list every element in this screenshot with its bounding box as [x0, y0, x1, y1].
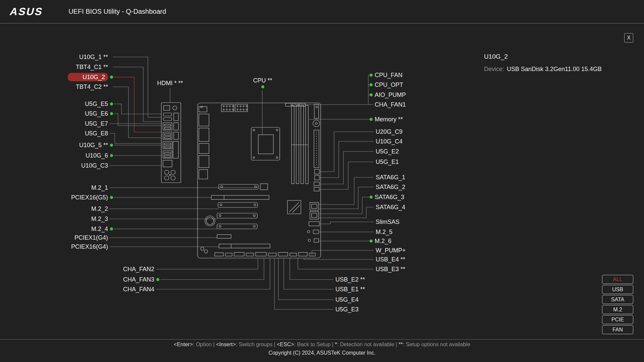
hint-desc: : Switch groups [236, 342, 272, 347]
filter-button-usb[interactable]: USB [602, 285, 633, 294]
leader-line-u5g-e2 [320, 152, 374, 184]
leader-line-u5g-e8 [109, 133, 161, 143]
port-label-text: U20G_C9 [376, 128, 402, 135]
port-label-cpu-fan[interactable]: CPU_FAN [375, 72, 402, 79]
port-label-text: AIO_PUMP [375, 92, 406, 99]
port-label-usb-e2[interactable]: USB_E2 ** [335, 276, 365, 283]
port-label-cha-fan3[interactable]: CHA_FAN3 [123, 276, 154, 283]
port-label-pciex1-g4[interactable]: PCIEX1(G4) [74, 234, 108, 241]
port-label-u10g-c4[interactable]: U10G_C4 [376, 138, 402, 145]
port-label-text: M.2_6 [375, 238, 391, 245]
hint-key: <Enter> [174, 342, 193, 347]
port-label-pciex16-g5[interactable]: PCIEX16(G5) [71, 194, 108, 201]
port-label-text: U10G_C4 [376, 138, 402, 145]
port-label-text: Memory ** [375, 116, 403, 123]
port-label-sata6g-2[interactable]: SATA6G_2 [376, 184, 405, 191]
port-label-u5g-e2[interactable]: U5G_E2 [376, 148, 399, 155]
port-label-text: U5G_E8 [85, 130, 108, 137]
port-label-m.2-2[interactable]: M.2_2 [91, 205, 108, 213]
leader-line-tbt4-c1 [113, 67, 161, 122]
port-label-u5g-e7[interactable]: U5G_E7 [85, 120, 108, 127]
port-label-cpu-opt[interactable]: CPU_OPT [375, 81, 403, 88]
port-label-text: USB_E4 ** [376, 256, 405, 263]
port-label-text: CPU_FAN [375, 72, 402, 79]
leader-line-slimsas [320, 222, 374, 224]
leader-line-usb-e1 [284, 258, 333, 289]
header: ASUS UEFI BIOS Utility - Q-Dashboard [0, 0, 644, 23]
close-button[interactable]: X [624, 33, 633, 43]
port-label-sata6g-1[interactable]: SATA6G_1 [376, 174, 405, 181]
leader-line-usb-e2 [290, 258, 333, 280]
port-label-u10g-c3[interactable]: U10G_C3 [81, 162, 108, 169]
port-label-sata6g-4[interactable]: SATA6G_4 [376, 204, 405, 211]
port-label-u5g-e6[interactable]: U5G_E6 [85, 110, 108, 117]
port-label-memory[interactable]: Memory ** [375, 116, 403, 123]
selected-port-name: U10G_2 [484, 53, 602, 60]
hint-key: <Insert> [216, 342, 236, 347]
hint-separator: | [330, 342, 335, 347]
hint-separator: | [272, 342, 277, 347]
port-label-cpu[interactable]: CPU ** [253, 77, 272, 84]
port-label-usb-e4[interactable]: USB_E4 ** [376, 256, 405, 263]
status-dot [370, 94, 373, 97]
port-label-pciex16-g4[interactable]: PCIEX16(G4) [71, 243, 108, 250]
port-label-u20g-c9[interactable]: U20G_C9 [376, 128, 402, 135]
port-label-m.2-4[interactable]: M.2_4 [91, 226, 108, 233]
port-label-u10g-1[interactable]: U10G_1 ** [79, 54, 108, 61]
port-label-text: USB_E2 ** [335, 276, 365, 283]
port-label-slimsas[interactable]: SlimSAS [376, 219, 399, 226]
hint-key: <ESC> [277, 342, 294, 347]
port-label-text: CHA_FAN2 [123, 266, 154, 273]
port-label-u10g-6[interactable]: U10G_6 [86, 152, 108, 159]
port-label-usb-e3[interactable]: USB_E3 ** [376, 266, 405, 273]
filter-button-all[interactable]: ALL [602, 275, 633, 284]
port-label-u5g-e5[interactable]: U5G_E5 [85, 101, 108, 108]
port-label-text: SATA6G_3 [375, 194, 404, 201]
filter-button-pcie[interactable]: PCIE [602, 315, 633, 324]
leader-line-cha-fan4 [156, 258, 270, 289]
status-dot [370, 196, 373, 199]
port-label-aio-pump[interactable]: AIO_PUMP [375, 92, 406, 99]
port-label-text: U5G_E7 [85, 120, 108, 127]
port-label-usb-e1[interactable]: USB_E1 ** [335, 286, 365, 293]
port-label-sata6g-3[interactable]: SATA6G_3 [375, 194, 404, 201]
device-info: Device:USB SanDisk 3.2Gen11.00 15.4GB [484, 66, 602, 73]
status-dot [110, 144, 113, 147]
port-label-text: M.2_4 [91, 226, 108, 233]
port-label-m.2-3[interactable]: M.2_3 [91, 216, 108, 223]
port-label-text: HDMI * ** [157, 80, 183, 87]
port-label-u5g-e4[interactable]: U5G_E4 [335, 296, 359, 303]
port-label-hdmi[interactable]: HDMI * ** [157, 80, 183, 87]
leader-line-w-pump [312, 250, 374, 256]
port-label-u5g-e1[interactable]: U5G_E1 [376, 159, 399, 166]
port-label-m.2-6[interactable]: M.2_6 [375, 238, 391, 245]
port-label-text: M.2_5 [376, 229, 392, 236]
port-label-m.2-1[interactable]: M.2_1 [91, 184, 108, 191]
filter-button-fan[interactable]: FAN [602, 325, 633, 334]
port-label-m.2-5[interactable]: M.2_5 [376, 229, 392, 236]
port-label-u10g-2[interactable]: U10G_2 [68, 73, 108, 81]
port-label-tbt4-c1[interactable]: TBT4_C1 ** [76, 64, 108, 71]
selected-port-info-panel: U10G_2 Device:USB SanDisk 3.2Gen11.00 15… [484, 53, 602, 73]
status-dot [110, 228, 113, 231]
port-label-text: SATA6G_2 [376, 184, 405, 191]
port-label-cha-fan2[interactable]: CHA_FAN2 [123, 266, 154, 273]
status-dot [110, 154, 113, 157]
port-label-cha-fan1[interactable]: CHA_FAN1 [375, 101, 406, 108]
port-label-text: U10G_6 [86, 152, 108, 159]
port-label-text: CHA_FAN4 [123, 286, 154, 293]
port-label-text: U10G_5 ** [79, 142, 108, 149]
port-label-u10g-5[interactable]: U10G_5 ** [79, 142, 108, 149]
port-label-u5g-e8[interactable]: U5G_E8 [85, 130, 108, 137]
port-label-w-pump[interactable]: W_PUMP+ [376, 247, 406, 254]
status-dot [156, 278, 159, 281]
port-label-cha-fan4[interactable]: CHA_FAN4 [123, 286, 154, 293]
page-title: UEFI BIOS Utility - Q-Dashboard [68, 8, 166, 15]
port-label-tbt4-c2[interactable]: TBT4_C2 ** [76, 83, 108, 90]
filter-button-m.2[interactable]: M.2 [602, 305, 633, 314]
port-label-text: SATA6G_1 [376, 174, 405, 181]
leader-line-u5g-e4 [278, 258, 333, 300]
port-label-u5g-e3[interactable]: U5G_E3 [335, 306, 359, 313]
port-label-text: U5G_E1 [376, 159, 399, 166]
filter-button-sata[interactable]: SATA [602, 295, 633, 304]
